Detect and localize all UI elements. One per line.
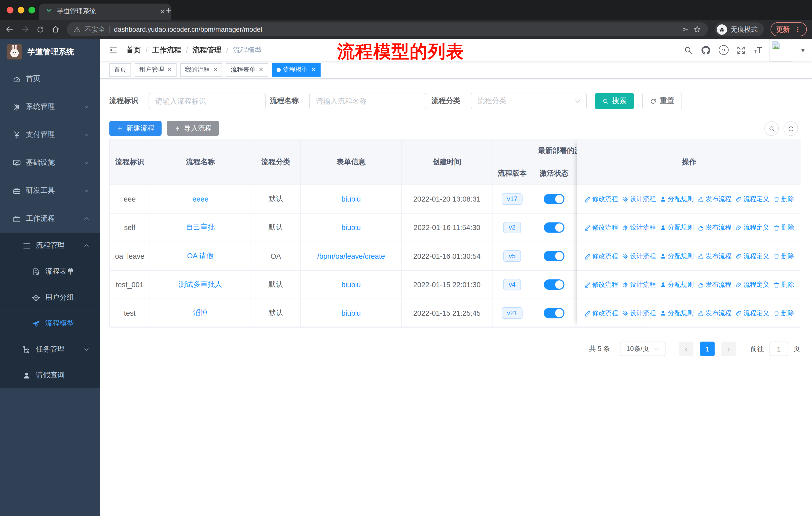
process-category-select[interactable]: 流程分类 bbox=[471, 93, 587, 109]
sidebar-fold-icon[interactable] bbox=[108, 45, 118, 55]
forward-icon[interactable] bbox=[21, 25, 29, 34]
action-发布流程[interactable]: 发布流程 bbox=[697, 195, 731, 203]
breadcrumb-process-manage[interactable]: 流程管理 bbox=[193, 45, 222, 55]
sidebar-item-流程管理[interactable]: 流程管理 bbox=[0, 233, 100, 259]
show-search-toggle-button[interactable] bbox=[764, 121, 779, 136]
current-page-button[interactable]: 1 bbox=[700, 342, 715, 356]
new-tab-button[interactable]: + bbox=[166, 5, 171, 16]
tag-close-icon[interactable]: ✕ bbox=[259, 66, 264, 73]
tag-我的流程[interactable]: 我的流程 ✕ bbox=[180, 63, 222, 76]
tag-close-icon[interactable]: ✕ bbox=[213, 66, 218, 73]
tag-首页[interactable]: 首页 bbox=[109, 63, 131, 76]
active-toggle[interactable] bbox=[544, 194, 564, 204]
sidebar-item-流程模型[interactable]: 流程模型 bbox=[0, 310, 100, 336]
sidebar-item-研发工具[interactable]: 研发工具 bbox=[0, 177, 100, 205]
action-流程定义[interactable]: 流程定义 bbox=[735, 223, 769, 232]
browser-menu-icon[interactable]: ⋮ bbox=[794, 25, 801, 33]
cell-process-name-link[interactable]: OA 请假 bbox=[187, 251, 214, 261]
active-toggle[interactable] bbox=[544, 308, 564, 318]
cell-form-link[interactable]: biubiu bbox=[341, 195, 361, 203]
zoom-window-button[interactable] bbox=[28, 7, 35, 13]
key-icon[interactable] bbox=[682, 25, 689, 33]
close-window-button[interactable] bbox=[7, 7, 13, 13]
address-bar[interactable]: 不安全 dashboard.yudao.iocoder.cn/bpm/manag… bbox=[67, 22, 708, 36]
action-分配规则[interactable]: 分配规则 bbox=[660, 280, 694, 289]
minimize-window-button[interactable] bbox=[18, 7, 24, 13]
process-name-input[interactable] bbox=[309, 93, 426, 109]
reset-button[interactable]: 重置 bbox=[642, 93, 682, 109]
reload-icon[interactable] bbox=[36, 25, 45, 33]
cell-process-name-link[interactable]: 自己审批 bbox=[186, 223, 215, 232]
tag-流程模型[interactable]: 流程模型 ✕ bbox=[271, 63, 320, 76]
security-label[interactable]: 不安全 bbox=[85, 25, 105, 34]
tag-流程表单[interactable]: 流程表单 ✕ bbox=[226, 63, 268, 76]
sidebar-item-首页[interactable]: 首页 bbox=[0, 65, 100, 93]
import-process-button[interactable]: 导入流程 bbox=[167, 121, 219, 136]
action-分配规则[interactable]: 分配规则 bbox=[660, 252, 694, 261]
page-size-select[interactable]: 10条/页 bbox=[620, 342, 666, 356]
create-process-button[interactable]: 新建流程 bbox=[109, 121, 162, 136]
browser-tab[interactable]: 芋道管理系统 ✕ bbox=[39, 3, 171, 20]
action-设计流程[interactable]: 设计流程 bbox=[622, 195, 656, 203]
action-分配规则[interactable]: 分配规则 bbox=[660, 195, 694, 203]
user-avatar[interactable] bbox=[770, 38, 793, 61]
avatar-caret-down-icon[interactable]: ▼ bbox=[800, 47, 806, 53]
fullscreen-icon[interactable] bbox=[736, 45, 746, 55]
action-流程定义[interactable]: 流程定义 bbox=[735, 309, 769, 318]
action-修改流程[interactable]: 修改流程 bbox=[584, 252, 618, 261]
tag-close-icon[interactable]: ✕ bbox=[167, 66, 172, 73]
action-设计流程[interactable]: 设计流程 bbox=[622, 309, 656, 318]
chrome-update-button[interactable]: 更新 ⋮ bbox=[771, 22, 807, 36]
cell-form-link[interactable]: /bpm/oa/leave/create bbox=[317, 252, 385, 260]
sidebar-item-任务管理[interactable]: 任务管理 bbox=[0, 336, 100, 362]
action-分配规则[interactable]: 分配规则 bbox=[660, 309, 694, 318]
cell-form-link[interactable]: biubiu bbox=[341, 280, 361, 289]
sidebar-item-流程表单[interactable]: 流程表单 bbox=[0, 259, 100, 285]
action-流程定义[interactable]: 流程定义 bbox=[735, 252, 769, 261]
search-icon[interactable] bbox=[684, 45, 693, 55]
action-流程定义[interactable]: 流程定义 bbox=[735, 280, 769, 289]
action-设计流程[interactable]: 设计流程 bbox=[622, 280, 656, 289]
breadcrumb-home[interactable]: 首页 bbox=[126, 45, 141, 55]
font-size-icon[interactable]: TT bbox=[754, 46, 762, 54]
cell-process-name-link[interactable]: 测试多审批人 bbox=[179, 280, 222, 289]
action-发布流程[interactable]: 发布流程 bbox=[697, 252, 731, 261]
sidebar-item-支付管理[interactable]: 支付管理 bbox=[0, 121, 100, 148]
action-分配规则[interactable]: 分配规则 bbox=[660, 223, 694, 232]
goto-page-input[interactable] bbox=[770, 342, 788, 356]
sidebar-item-系统管理[interactable]: 系统管理 bbox=[0, 93, 100, 121]
sidebar-item-基础设施[interactable]: 基础设施 bbox=[0, 148, 100, 176]
action-设计流程[interactable]: 设计流程 bbox=[622, 223, 656, 232]
update-label[interactable]: 更新 bbox=[776, 25, 790, 34]
prev-page-button[interactable]: ‹ bbox=[679, 342, 693, 356]
tag-租户管理[interactable]: 租户管理 ✕ bbox=[135, 63, 177, 76]
active-toggle[interactable] bbox=[544, 279, 564, 290]
cell-form-link[interactable]: biubiu bbox=[341, 223, 361, 232]
action-设计流程[interactable]: 设计流程 bbox=[622, 252, 656, 261]
sidebar-item-请假查询[interactable]: 请假查询 bbox=[0, 362, 100, 388]
breadcrumb-workflow[interactable]: 工作流程 bbox=[152, 45, 181, 55]
action-流程定义[interactable]: 流程定义 bbox=[735, 195, 769, 203]
cell-form-link[interactable]: biubiu bbox=[341, 309, 361, 317]
page-url[interactable]: dashboard.yudao.iocoder.cn/bpm/manager/m… bbox=[114, 25, 677, 33]
action-发布流程[interactable]: 发布流程 bbox=[697, 223, 731, 232]
action-修改流程[interactable]: 修改流程 bbox=[584, 309, 618, 318]
action-发布流程[interactable]: 发布流程 bbox=[697, 309, 731, 318]
active-toggle[interactable] bbox=[544, 222, 564, 233]
tab-close-icon[interactable]: ✕ bbox=[160, 8, 165, 16]
back-icon[interactable] bbox=[5, 25, 14, 34]
action-删除[interactable]: 删除 bbox=[773, 252, 794, 261]
sidebar-item-工作流程[interactable]: 工作流程 bbox=[0, 205, 100, 233]
help-icon[interactable]: ? bbox=[719, 45, 729, 55]
cell-process-name-link[interactable]: eeee bbox=[192, 195, 208, 203]
tag-close-icon[interactable]: ✕ bbox=[311, 66, 316, 73]
action-修改流程[interactable]: 修改流程 bbox=[584, 280, 618, 289]
action-修改流程[interactable]: 修改流程 bbox=[584, 223, 618, 232]
refresh-table-button[interactable] bbox=[784, 121, 798, 136]
next-page-button[interactable]: › bbox=[721, 342, 736, 356]
process-id-input[interactable] bbox=[148, 93, 265, 109]
action-修改流程[interactable]: 修改流程 bbox=[584, 195, 618, 203]
github-icon[interactable] bbox=[701, 45, 711, 55]
action-发布流程[interactable]: 发布流程 bbox=[697, 280, 731, 289]
action-删除[interactable]: 删除 bbox=[773, 309, 794, 318]
